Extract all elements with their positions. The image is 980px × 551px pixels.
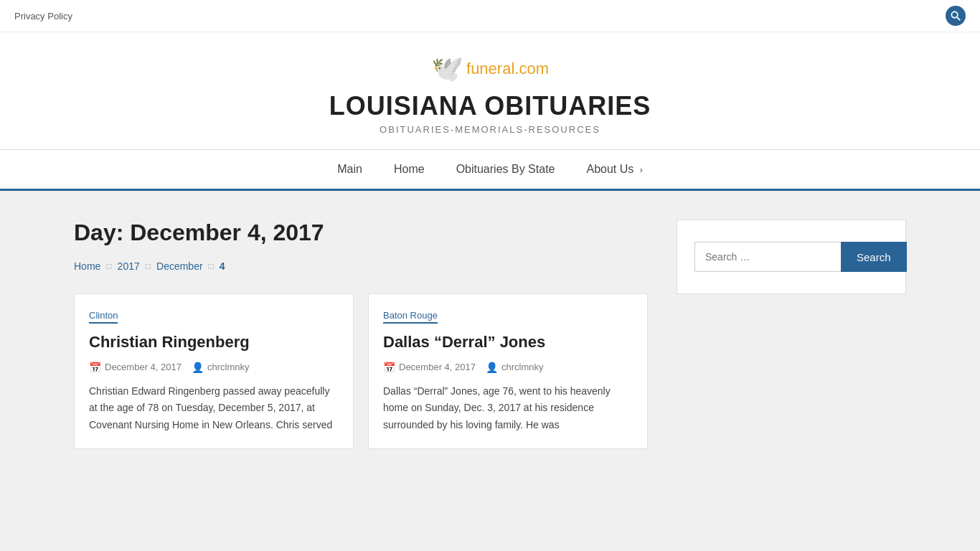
search-input[interactable] (694, 242, 841, 272)
search-form: Search (694, 242, 888, 272)
sidebar: Search (677, 220, 906, 449)
posts-grid: Clinton Christian Ringenberg 📅 December … (74, 293, 648, 449)
logo-area: 🕊️ funeral.com (14, 54, 966, 84)
search-icon-top[interactable] (946, 6, 966, 26)
breadcrumb: Home □ 2017 □ December □ 4 (74, 260, 648, 272)
site-header: 🕊️ funeral.com LOUISIANA OBITUARIES OBIT… (0, 32, 980, 150)
nav-item-home[interactable]: Home (378, 150, 440, 189)
sidebar-search-box: Search (677, 220, 906, 294)
user-icon: 👤 (192, 362, 204, 373)
user-icon-2: 👤 (486, 362, 498, 373)
breadcrumb-sep-1: □ (106, 261, 111, 271)
top-bar: Privacy Policy (0, 0, 980, 32)
post-2-date: 📅 December 4, 2017 (383, 362, 476, 373)
breadcrumb-december[interactable]: December (156, 260, 203, 272)
search-button[interactable]: Search (841, 242, 907, 272)
privacy-policy-link[interactable]: Privacy Policy (14, 11, 72, 22)
site-subtitle: OBITUARIES-MEMORIALS-RESOURCES (14, 124, 966, 135)
logo-text: funeral.com (466, 60, 549, 78)
day-heading: Day: December 4, 2017 (74, 220, 648, 246)
logo-bird-icon: 🕊️ (431, 54, 463, 84)
post-1-meta: 📅 December 4, 2017 👤 chrclmnky (89, 362, 339, 373)
post-card-1: Clinton Christian Ringenberg 📅 December … (74, 293, 354, 449)
breadcrumb-sep-2: □ (146, 261, 151, 271)
post-2-excerpt: Dallas “Derral” Jones, age 76, went to h… (383, 383, 633, 434)
nav-item-main[interactable]: Main (321, 150, 378, 189)
svg-line-1 (957, 17, 960, 20)
post-2-category[interactable]: Baton Rouge (383, 310, 438, 324)
post-2-title: Dallas “Derral” Jones (383, 332, 633, 353)
calendar-icon-2: 📅 (383, 362, 395, 373)
nav-item-about-us[interactable]: About Us › (570, 150, 658, 189)
breadcrumb-home[interactable]: Home (74, 260, 100, 272)
post-2-author: 👤 chrclmnky (486, 362, 544, 373)
breadcrumb-sep-3: □ (209, 261, 214, 271)
nav-item-obituaries-by-state[interactable]: Obituaries By State (440, 150, 571, 189)
post-1-category[interactable]: Clinton (89, 310, 118, 324)
post-1-excerpt: Christian Edward Ringenberg passed away … (89, 383, 339, 434)
post-1-date: 📅 December 4, 2017 (89, 362, 182, 373)
post-1-title: Christian Ringenberg (89, 332, 339, 353)
main-content: Day: December 4, 2017 Home □ 2017 □ Dece… (74, 220, 648, 449)
calendar-icon: 📅 (89, 362, 101, 373)
post-card-2: Baton Rouge Dallas “Derral” Jones 📅 Dece… (368, 293, 648, 449)
breadcrumb-2017[interactable]: 2017 (118, 260, 140, 272)
svg-point-0 (951, 11, 957, 17)
site-title: LOUISIANA OBITUARIES (14, 91, 966, 121)
page-wrapper: Day: December 4, 2017 Home □ 2017 □ Dece… (60, 191, 920, 478)
post-1-author: 👤 chrclmnky (192, 362, 250, 373)
about-us-chevron-icon: › (640, 165, 643, 175)
main-nav: Main Home Obituaries By State About Us › (0, 150, 980, 191)
post-2-meta: 📅 December 4, 2017 👤 chrclmnky (383, 362, 633, 373)
breadcrumb-current: 4 (220, 260, 225, 272)
